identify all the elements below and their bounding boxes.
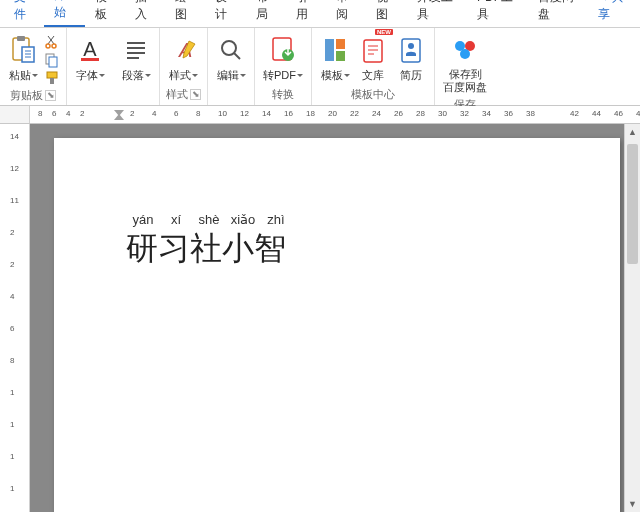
indent-marker-icon[interactable] (114, 106, 124, 124)
tab-pdftools[interactable]: PDF工具 (467, 0, 528, 27)
svg-point-6 (46, 44, 50, 48)
template-icon (322, 34, 348, 66)
horizontal-ruler-area: 8642246810121416182022242628303234363842… (0, 106, 640, 124)
font-button[interactable]: A 字体 (73, 32, 107, 85)
scroll-thumb[interactable] (627, 144, 638, 264)
vertical-ruler[interactable]: 141211224681111 (0, 124, 30, 512)
library-button[interactable]: NEW 文库 (356, 32, 390, 85)
group-font-btn: A 字体 (67, 28, 113, 105)
caret-icon (32, 74, 38, 77)
scroll-up-icon[interactable]: ▲ (625, 124, 640, 140)
tab-home[interactable]: 开始 (44, 0, 84, 27)
styles-button[interactable]: A 样式 (167, 32, 201, 85)
paragraph-button[interactable]: 段落 (119, 32, 153, 85)
svg-rect-24 (336, 39, 345, 49)
group-template-center: 模板 NEW 文库 简历 模板中心 (312, 28, 435, 105)
convert-pdf-button[interactable]: 转PDF (261, 32, 305, 85)
svg-line-20 (234, 53, 240, 59)
svg-rect-13 (81, 58, 99, 61)
svg-rect-25 (336, 51, 345, 61)
paste-button[interactable]: 粘贴 (6, 32, 40, 85)
svg-rect-10 (47, 72, 57, 78)
tab-references[interactable]: 引用 (286, 0, 326, 27)
svg-rect-23 (325, 39, 334, 61)
svg-rect-30 (402, 39, 420, 62)
tab-insert[interactable]: 插入 (125, 0, 165, 27)
paragraph-icon (123, 34, 149, 66)
styles-icon: A (169, 34, 199, 66)
svg-rect-26 (364, 40, 382, 62)
search-icon (218, 34, 244, 66)
dialog-launcher-icon[interactable]: ⬊ (45, 90, 56, 101)
tab-view[interactable]: 视图 (366, 0, 406, 27)
svg-marker-36 (114, 114, 124, 120)
tab-design[interactable]: 设计 (205, 0, 245, 27)
group-edit: 编辑 (208, 28, 255, 105)
tab-review[interactable]: 审阅 (326, 0, 366, 27)
share-button[interactable]: 共享 (588, 0, 640, 27)
dialog-launcher-icon[interactable]: ⬊ (190, 89, 201, 100)
tab-layout[interactable]: 布局 (246, 0, 286, 27)
document-area: yán xí shè xiǎo zhì 研习社小智 (30, 124, 640, 512)
tab-baidu[interactable]: 百度网盘 (528, 0, 589, 27)
svg-point-34 (460, 49, 470, 59)
vertical-scrollbar[interactable]: ▲ ▼ (624, 124, 640, 512)
svg-rect-11 (50, 78, 54, 84)
baidu-cloud-icon (450, 34, 480, 66)
menu-tabs: 文件 开始 模板 插入 绘图 设计 布局 引用 审阅 视图 开发工具 PDF工具… (0, 0, 640, 28)
new-badge: NEW (375, 29, 393, 35)
scroll-down-icon[interactable]: ▼ (625, 496, 640, 512)
template-button[interactable]: 模板 (318, 32, 352, 85)
group-styles: A 样式 样式⬊ (160, 28, 208, 105)
svg-rect-1 (17, 36, 25, 41)
ribbon: 粘贴 剪贴板⬊ A 字体 段落 (0, 28, 640, 106)
cut-icon[interactable] (44, 34, 60, 50)
group-clipboard: 粘贴 剪贴板⬊ (0, 28, 67, 105)
tab-devtools[interactable]: 开发工具 (407, 0, 468, 27)
resume-icon (398, 34, 424, 66)
group-convert: 转PDF 转换 (255, 28, 312, 105)
document-text[interactable]: 研习社小智 (126, 227, 620, 271)
tab-file[interactable]: 文件 (4, 0, 44, 27)
group-paragraph-btn: 段落 (113, 28, 160, 105)
svg-point-7 (52, 44, 56, 48)
format-painter-icon[interactable] (44, 70, 60, 86)
paste-icon (9, 34, 37, 66)
svg-point-31 (408, 43, 414, 49)
library-icon (360, 34, 386, 66)
edit-button[interactable]: 编辑 (214, 32, 248, 85)
pinyin-line: yán xí shè xiǎo zhì (126, 212, 620, 227)
save-baidu-button[interactable]: 保存到百度网盘 (441, 32, 489, 95)
font-icon: A (76, 34, 104, 66)
svg-text:A: A (83, 38, 97, 60)
pdf-icon (268, 34, 298, 66)
tab-template[interactable]: 模板 (85, 0, 125, 27)
tab-draw[interactable]: 绘图 (165, 0, 205, 27)
group-save: 保存到百度网盘 保存 (435, 28, 495, 105)
svg-rect-9 (49, 57, 57, 67)
resume-button[interactable]: 简历 (394, 32, 428, 85)
horizontal-ruler[interactable]: 8642246810121416182022242628303234363842… (30, 106, 640, 123)
copy-icon[interactable] (44, 52, 60, 68)
page[interactable]: yán xí shè xiǎo zhì 研习社小智 (54, 138, 620, 512)
svg-point-19 (222, 41, 236, 55)
